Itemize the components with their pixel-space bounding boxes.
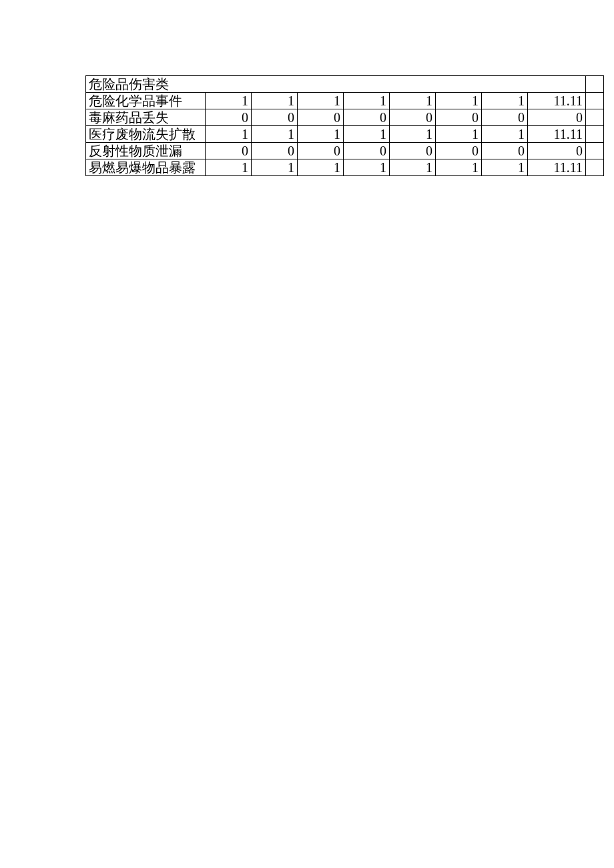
cell: 1 — [344, 126, 390, 143]
empty-end-cell — [586, 159, 604, 176]
cell: 1 — [390, 159, 436, 176]
cell: 1 — [344, 159, 390, 176]
row-label: 易燃易爆物品暴露 — [86, 159, 206, 176]
cell: 0 — [206, 143, 252, 159]
cell: 0 — [298, 109, 344, 126]
cell: 1 — [436, 93, 482, 109]
cell: 0 — [252, 143, 298, 159]
cell: 1 — [482, 126, 528, 143]
cell: 0 — [344, 143, 390, 159]
table-row: 易燃易爆物品暴露 1 1 1 1 1 1 1 11.11 — [86, 159, 604, 176]
row-label: 毒麻药品丢失 — [86, 109, 206, 126]
cell: 11.11 — [528, 93, 586, 109]
cell: 0 — [344, 109, 390, 126]
cell: 1 — [390, 93, 436, 109]
empty-end-cell — [586, 93, 604, 109]
cell: 1 — [390, 126, 436, 143]
cell: 0 — [298, 143, 344, 159]
cell: 0 — [528, 109, 586, 126]
cell: 0 — [390, 109, 436, 126]
cell: 0 — [482, 109, 528, 126]
cell: 1 — [252, 126, 298, 143]
table-row: 毒麻药品丢失 0 0 0 0 0 0 0 0 — [86, 109, 604, 126]
cell: 1 — [298, 93, 344, 109]
cell: 1 — [436, 159, 482, 176]
cell: 1 — [206, 159, 252, 176]
cell: 11.11 — [528, 159, 586, 176]
cell: 1 — [206, 126, 252, 143]
cell: 1 — [482, 93, 528, 109]
category-header: 危险品伤害类 — [86, 76, 586, 93]
cell: 0 — [528, 143, 586, 159]
row-label: 危险化学品事件 — [86, 93, 206, 109]
cell: 1 — [298, 126, 344, 143]
cell: 11.11 — [528, 126, 586, 143]
category-header-row: 危险品伤害类 — [86, 76, 604, 93]
cell: 0 — [482, 143, 528, 159]
cell: 1 — [252, 159, 298, 176]
cell: 1 — [344, 93, 390, 109]
cell: 1 — [436, 126, 482, 143]
hazard-table: 危险品伤害类 危险化学品事件 1 1 1 1 1 1 1 11.11 毒麻药品丢… — [85, 75, 604, 176]
row-label: 反射性物质泄漏 — [86, 143, 206, 159]
empty-end-cell — [586, 126, 604, 143]
table-row: 反射性物质泄漏 0 0 0 0 0 0 0 0 — [86, 143, 604, 159]
empty-end-cell — [586, 143, 604, 159]
table-row: 医疗废物流失扩散 1 1 1 1 1 1 1 11.11 — [86, 126, 604, 143]
cell: 1 — [252, 93, 298, 109]
cell: 1 — [482, 159, 528, 176]
empty-end-cell — [586, 76, 604, 93]
cell: 0 — [436, 143, 482, 159]
cell: 0 — [436, 109, 482, 126]
cell: 0 — [206, 109, 252, 126]
table-row: 危险化学品事件 1 1 1 1 1 1 1 11.11 — [86, 93, 604, 109]
cell: 1 — [206, 93, 252, 109]
row-label: 医疗废物流失扩散 — [86, 126, 206, 143]
cell: 0 — [390, 143, 436, 159]
empty-end-cell — [586, 109, 604, 126]
cell: 0 — [252, 109, 298, 126]
cell: 1 — [298, 159, 344, 176]
